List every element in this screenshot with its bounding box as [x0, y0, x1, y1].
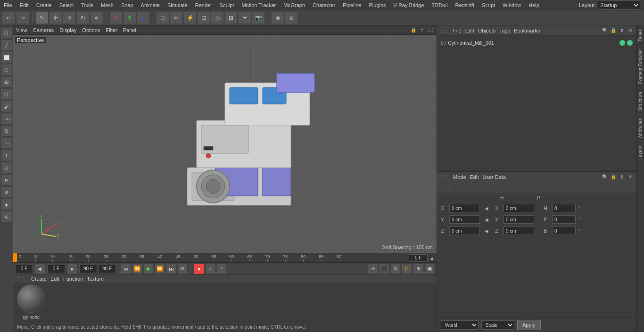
- menu-snap[interactable]: Snap: [117, 1, 137, 9]
- pb-key3-btn[interactable]: ↻: [390, 264, 401, 274]
- pb-play[interactable]: ▶: [143, 264, 154, 274]
- left-tool-5[interactable]: ⊟: [1, 76, 12, 88]
- left-tool-14[interactable]: ⊚: [1, 186, 12, 198]
- menu-plugins[interactable]: Plugins: [365, 1, 389, 9]
- mesh-btn[interactable]: ⊡: [197, 12, 210, 24]
- pb-prev-frame[interactable]: ⏪: [132, 264, 142, 274]
- pb-help-btn[interactable]: ?: [216, 264, 227, 274]
- pb-go-end[interactable]: ⏭: [166, 264, 176, 274]
- pb-key4-btn[interactable]: P: [402, 264, 412, 274]
- pb-current-frame[interactable]: [47, 265, 65, 273]
- vp-move-icon[interactable]: ✛: [419, 27, 425, 33]
- pb-key2-btn[interactable]: ⬛: [379, 264, 389, 274]
- side-tab-takes[interactable]: Takes: [637, 25, 644, 45]
- coord-x2-input[interactable]: [504, 204, 534, 212]
- viewport-canvas[interactable]: X Y Z Perspective Grid Spacing : 100 cm: [13, 35, 437, 253]
- scale-tool-btn[interactable]: ⊞: [63, 12, 76, 24]
- menu-redshift[interactable]: Redshift: [452, 1, 478, 9]
- z-axis-btn[interactable]: Z: [137, 12, 150, 24]
- menu-tools[interactable]: Tools: [77, 1, 97, 9]
- menu-window[interactable]: Window: [499, 1, 525, 9]
- pen-btn[interactable]: ✏: [170, 12, 183, 24]
- coord-b-input[interactable]: [552, 227, 576, 235]
- am-lock-icon[interactable]: 🔒: [610, 174, 617, 180]
- redo-button[interactable]: ↪: [16, 12, 29, 24]
- menu-mograph[interactable]: MoGraph: [280, 1, 309, 9]
- light-btn[interactable]: ☀: [238, 12, 251, 24]
- am-close-icon[interactable]: ✕: [627, 174, 634, 180]
- om-arrow-icon[interactable]: ⬆: [619, 27, 625, 34]
- coord-x-input[interactable]: [449, 204, 480, 212]
- menu-simulate[interactable]: Simulate: [164, 1, 191, 9]
- om-search-icon[interactable]: 🔍: [602, 27, 608, 34]
- left-tool-9[interactable]: S: [1, 125, 12, 137]
- om-lock-icon[interactable]: 🔒: [610, 27, 617, 34]
- render-region-btn[interactable]: ▣: [271, 12, 284, 24]
- left-tool-2[interactable]: ╱: [1, 40, 12, 51]
- vp-expand-icon[interactable]: ⛶: [427, 27, 434, 33]
- left-tool-11[interactable]: ⌇: [1, 150, 12, 161]
- coord-z-input[interactable]: [449, 227, 480, 235]
- rotate-tool-btn[interactable]: ↻: [76, 12, 90, 24]
- pb-motion-btn[interactable]: ▣: [424, 264, 435, 274]
- frame-up-arrow[interactable]: ▲: [429, 255, 435, 261]
- coord-y2-input[interactable]: [504, 215, 534, 224]
- transform-tool[interactable]: ⊕: [90, 12, 103, 24]
- menu-edit[interactable]: Edit: [16, 1, 33, 9]
- am-tab-mode[interactable]: Mode: [453, 174, 466, 180]
- menu-3dtool[interactable]: 3DTool: [428, 1, 451, 9]
- menu-vray[interactable]: V-Ray Bridge: [390, 1, 428, 9]
- left-tool-15[interactable]: ◈: [1, 199, 12, 210]
- side-tab-content-browser[interactable]: Content Browser: [637, 45, 644, 88]
- menu-sculpt[interactable]: Sculpt: [216, 1, 238, 9]
- am-tab-userdata[interactable]: User Data: [483, 174, 506, 180]
- om-item-cylindrical-mill[interactable]: L0 Cylindrical_Mill_001: [439, 38, 635, 48]
- menu-motion-tracker[interactable]: Motion Tracker: [238, 1, 280, 9]
- world-dropdown[interactable]: World: [441, 320, 479, 330]
- magnet-btn[interactable]: ⚡: [183, 12, 197, 24]
- lattice-btn[interactable]: ⊞: [224, 12, 238, 24]
- pb-next-frame[interactable]: ⏩: [155, 264, 165, 274]
- left-tool-4[interactable]: ⬡: [1, 64, 12, 75]
- pb-keyframe-btn[interactable]: ✛: [368, 264, 378, 274]
- bp-tab-create[interactable]: Create: [31, 276, 47, 282]
- timeline-ruler[interactable]: 0 5 10 15 20 25 30 35 40 45 50 55 60 65 …: [17, 253, 409, 263]
- y-axis-btn[interactable]: Y: [123, 12, 136, 24]
- bp-tab-edit[interactable]: Edit: [50, 276, 59, 282]
- bp-tab-texture[interactable]: Texture: [87, 276, 104, 282]
- left-tool-6[interactable]: ⬡: [1, 89, 12, 100]
- menu-script[interactable]: Script: [478, 1, 499, 9]
- cube-btn[interactable]: □: [156, 12, 169, 24]
- vp-menu-display[interactable]: Display: [59, 27, 76, 33]
- frame-display[interactable]: [409, 254, 428, 262]
- left-tool-7[interactable]: 🖌: [1, 101, 12, 112]
- pb-frame-start-btn[interactable]: ◀|: [35, 264, 45, 274]
- pb-end-frame1[interactable]: [79, 265, 97, 273]
- vp-menu-cameras[interactable]: Cameras: [33, 27, 54, 33]
- pb-go-start[interactable]: ⏮: [121, 264, 131, 274]
- pb-end-frame2[interactable]: [98, 265, 116, 273]
- coord-y-input[interactable]: [449, 215, 480, 224]
- menu-select[interactable]: Select: [56, 1, 78, 9]
- menu-character[interactable]: Character: [309, 1, 339, 9]
- x-axis-btn[interactable]: X: [109, 12, 123, 24]
- material-item-1[interactable]: cylindric: [17, 284, 45, 320]
- layout-dropdown[interactable]: Startup: [598, 0, 640, 10]
- camera-btn[interactable]: 📷: [252, 12, 265, 24]
- vp-lock-icon[interactable]: 🔒: [410, 27, 417, 33]
- om-tab-tags[interactable]: Tags: [499, 28, 510, 33]
- pb-grid-btn[interactable]: ⊞: [413, 264, 423, 274]
- menu-create[interactable]: Create: [33, 1, 56, 9]
- coord-z2-input[interactable]: [504, 227, 534, 235]
- left-tool-1[interactable]: ⬡: [1, 27, 12, 39]
- move-tool[interactable]: ✛: [49, 12, 62, 24]
- om-tab-bookmarks[interactable]: Bookmarks: [514, 28, 540, 33]
- om-tab-edit[interactable]: Edit: [465, 28, 474, 33]
- coord-p-input[interactable]: [552, 215, 576, 224]
- pb-auto-btn[interactable]: A: [205, 264, 215, 274]
- pb-start-frame[interactable]: [15, 265, 33, 273]
- pb-record-btn[interactable]: ●: [194, 264, 204, 274]
- side-tab-structure[interactable]: Structure: [637, 88, 644, 115]
- apply-button[interactable]: Apply: [517, 320, 541, 330]
- left-tool-3[interactable]: ⬜: [1, 52, 12, 63]
